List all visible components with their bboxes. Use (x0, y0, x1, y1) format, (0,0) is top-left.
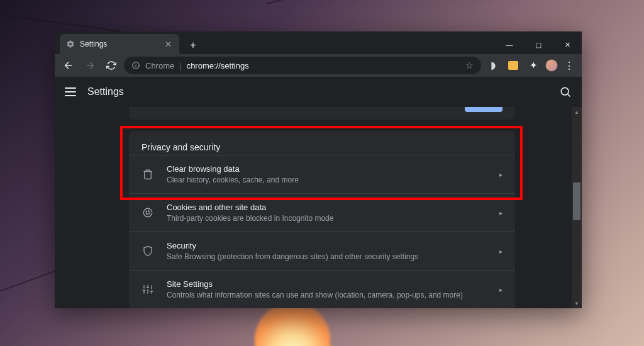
search-button[interactable] (559, 86, 572, 98)
site-info-icon[interactable] (131, 61, 140, 70)
row-security[interactable]: Security Safe Browsing (protection from … (129, 232, 515, 270)
url-path: chrome://settings (187, 61, 249, 70)
address-bar[interactable]: Chrome | chrome://settings ☆ (124, 57, 481, 74)
row-title: Security (167, 241, 499, 250)
browser-tab[interactable]: Settings ✕ (60, 34, 179, 54)
window-controls: — ▢ ✕ (495, 35, 582, 54)
settings-appbar: Settings (55, 77, 582, 107)
bg-bulb (255, 302, 330, 346)
svg-point-7 (147, 214, 148, 215)
cookie-icon (142, 206, 154, 219)
row-title: Clear browsing data (167, 164, 499, 174)
row-title: Cookies and other site data (167, 203, 499, 212)
svg-point-5 (146, 211, 147, 213)
extension-box-icon[interactable] (506, 58, 521, 73)
bg-wire (267, 0, 644, 4)
gear-icon (66, 40, 75, 48)
partial-card (129, 107, 515, 120)
row-site-settings[interactable]: Site Settings Controls what information … (129, 270, 515, 308)
minimize-button[interactable]: — (495, 35, 524, 54)
svg-point-8 (149, 213, 150, 215)
row-cookies[interactable]: Cookies and other site data Third-party … (129, 193, 515, 232)
row-text: Security Safe Browsing (protection from … (167, 241, 499, 261)
row-subtitle: Clear history, cookies, cache, and more (167, 176, 499, 184)
row-text: Clear browsing data Clear history, cooki… (167, 164, 499, 184)
menu-icon[interactable] (65, 87, 76, 96)
chevron-right-icon: ▸ (499, 286, 502, 293)
svg-point-4 (143, 208, 152, 217)
page-title: Settings (87, 86, 124, 98)
bookmark-star-icon[interactable]: ☆ (465, 60, 474, 70)
extension-tag-icon[interactable]: ◗ (486, 58, 501, 73)
trash-icon (142, 168, 154, 181)
svg-point-1 (135, 64, 136, 64)
menu-button[interactable]: ⋮ (562, 60, 577, 72)
row-text: Cookies and other site data Third-party … (167, 203, 499, 223)
chevron-right-icon: ▸ (499, 171, 502, 178)
row-subtitle: Safe Browsing (protection from dangerous… (167, 252, 499, 261)
forward-button[interactable] (81, 57, 99, 74)
toolbar: Chrome | chrome://settings ☆ ◗ ✦ ⋮ (55, 54, 582, 77)
back-button[interactable] (60, 57, 77, 74)
close-tab-button[interactable]: ✕ (163, 39, 173, 49)
extensions-puzzle-icon[interactable]: ✦ (526, 58, 541, 73)
reload-button[interactable] (103, 57, 120, 74)
url-scheme: Chrome (145, 61, 174, 70)
content-area: Privacy and security Clear browsing data… (55, 107, 582, 308)
tab-title: Settings (80, 40, 158, 48)
card-header: Privacy and security (129, 131, 515, 155)
scrollbar-track[interactable]: ▲ ▼ (572, 107, 582, 308)
row-subtitle: Controls what information sites can use … (167, 291, 499, 299)
shield-icon (142, 245, 154, 257)
chevron-right-icon: ▸ (499, 209, 502, 216)
new-tab-button[interactable]: + (184, 36, 202, 54)
browser-window: Settings ✕ + — ▢ ✕ Chrome | chrome://set… (55, 31, 582, 308)
scroll-down-button[interactable]: ▼ (572, 298, 582, 308)
row-title: Site Settings (167, 279, 499, 289)
row-subtitle: Third-party cookies are blocked in Incog… (167, 214, 499, 223)
svg-rect-2 (135, 65, 136, 67)
scroll-up-button[interactable]: ▲ (572, 107, 582, 117)
partial-button[interactable] (465, 107, 502, 112)
close-window-button[interactable]: ✕ (553, 35, 582, 54)
profile-avatar[interactable] (545, 59, 558, 72)
url-separator: | (179, 61, 181, 70)
privacy-security-card: Privacy and security Clear browsing data… (129, 131, 515, 308)
maximize-button[interactable]: ▢ (524, 35, 553, 54)
svg-point-6 (148, 211, 150, 212)
svg-point-3 (561, 87, 569, 95)
scroll-region[interactable]: Privacy and security Clear browsing data… (55, 107, 572, 308)
row-clear-browsing-data[interactable]: Clear browsing data Clear history, cooki… (129, 155, 515, 193)
tab-strip: Settings ✕ + — ▢ ✕ (55, 31, 582, 54)
sliders-icon (142, 283, 154, 296)
scrollbar-thumb[interactable] (573, 182, 580, 220)
row-text: Site Settings Controls what information … (167, 279, 499, 299)
chevron-right-icon: ▸ (499, 248, 502, 255)
